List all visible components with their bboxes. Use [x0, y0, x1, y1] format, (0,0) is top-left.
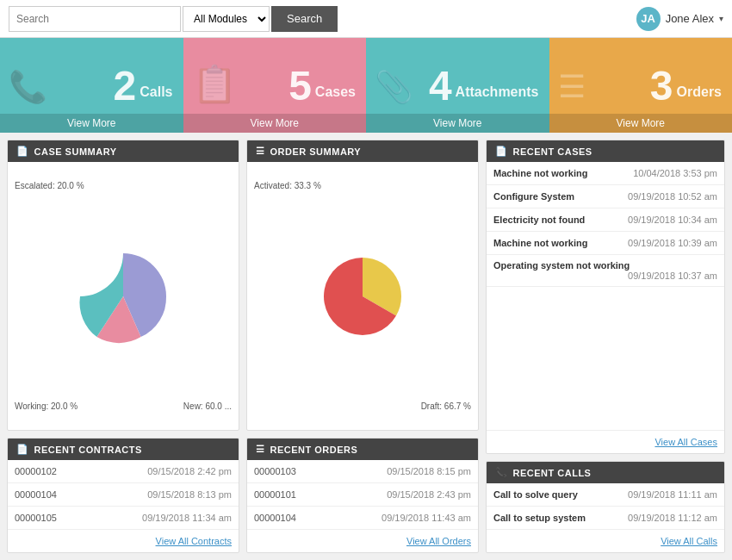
attachments-label: Attachments: [456, 84, 539, 100]
order-summary-title: ORDER SUMMARY: [270, 146, 362, 157]
order-summary-chart: Activated: 33.3 % Draft: 66.7 %: [247, 162, 478, 430]
attachments-icon: 📎: [375, 69, 413, 105]
orders-list: 00000103 09/15/2018 8:15 pm 00000101 09/…: [247, 460, 478, 529]
orders-label: Orders: [677, 84, 722, 100]
case-row: Electricity not found 09/19/2018 10:34 a…: [487, 208, 724, 232]
orders-icon: ☰: [558, 69, 586, 105]
calls-number: 2: [114, 65, 137, 107]
user-name: Jone Alex: [666, 12, 714, 25]
view-all-cases-link[interactable]: View All Cases: [654, 437, 717, 447]
draft-legend: Draft: 66.7 %: [421, 401, 471, 411]
mid-column: ☰ ORDER SUMMARY Activated: 33.3 % Draft:…: [246, 140, 479, 553]
activated-legend: Activated: 33.3 %: [254, 181, 321, 190]
contracts-list: 00000102 09/15/2018 2:42 pm 00000104 09/…: [8, 460, 239, 529]
orders-list-icon: ☰: [256, 444, 265, 455]
order-pie-chart: [319, 253, 406, 339]
calls-list-icon: 📞: [495, 467, 508, 478]
view-all-calls-link[interactable]: View All Calls: [661, 536, 717, 546]
search-button[interactable]: Search: [271, 6, 338, 32]
call-row: Call to solve query 09/19/2018 11:11 am: [487, 483, 724, 507]
case-row: Machine not working 09/19/2018 10:39 am: [487, 232, 724, 255]
chevron-down-icon: ▾: [719, 14, 723, 23]
case-summary-icon: 📄: [16, 146, 29, 157]
header: All Modules Search JA Jone Alex ▾: [0, 0, 732, 38]
order-summary-icon: ☰: [256, 146, 265, 157]
case-pie-chart: [76, 249, 171, 344]
search-input[interactable]: [9, 6, 181, 32]
view-all-contracts[interactable]: View All Contracts: [8, 529, 239, 552]
contract-row: 00000104 09/15/2018 8:13 pm: [8, 483, 239, 507]
contract-row: 00000102 09/15/2018 2:42 pm: [8, 460, 239, 483]
user-menu[interactable]: JA Jone Alex ▾: [636, 7, 723, 31]
working-legend: Working: 20.0 %: [15, 401, 78, 411]
recent-calls-header: 📞 RECENT CALLS: [487, 462, 724, 483]
stats-tiles: 📞 2 Calls View More 📋 5 Cases View More …: [0, 38, 732, 133]
recent-orders-panel: ☰ RECENT ORDERS 00000103 09/15/2018 8:15…: [246, 438, 479, 553]
recent-calls-panel: 📞 RECENT CALLS Call to solve query 09/19…: [486, 461, 725, 553]
order-summary-header: ☰ ORDER SUMMARY: [247, 140, 478, 162]
attachments-number: 4: [429, 65, 452, 107]
calls-list: Call to solve query 09/19/2018 11:11 am …: [487, 483, 724, 529]
case-summary-header: 📄 CASE SUMMARY: [8, 140, 239, 162]
recent-cases-header: 📄 RECENT CASES: [487, 140, 724, 162]
case-row: Configure System 09/19/2018 10:52 am: [487, 185, 724, 208]
avatar: JA: [636, 7, 661, 31]
calls-icon: 📞: [9, 69, 47, 105]
case-summary-chart: Escalated: 20.0 % Working: 20.0 % New: 6…: [8, 162, 239, 430]
case-row: Operating system not working 09/19/2018 …: [487, 255, 724, 287]
view-all-calls[interactable]: View All Calls: [487, 529, 724, 552]
left-column: 📄 CASE SUMMARY Escalated: 20.0 % Working…: [7, 140, 239, 553]
orders-view-more[interactable]: View More: [549, 114, 733, 133]
case-summary-title: CASE SUMMARY: [34, 146, 117, 157]
right-column: 📄 RECENT CASES Machine not working 10/04…: [486, 140, 725, 553]
order-summary-panel: ☰ ORDER SUMMARY Activated: 33.3 % Draft:…: [246, 140, 479, 431]
calls-label: Calls: [140, 84, 172, 100]
recent-cases-title: RECENT CASES: [513, 146, 592, 157]
new-legend: New: 60.0 ...: [183, 401, 232, 411]
orders-number: 3: [650, 65, 673, 107]
escalated-legend: Escalated: 20.0 %: [15, 181, 84, 190]
contracts-icon: 📄: [16, 444, 29, 455]
view-all-orders-link[interactable]: View All Orders: [406, 536, 471, 546]
tile-orders: ☰ 3 Orders View More: [549, 38, 733, 133]
tile-calls: 📞 2 Calls View More: [0, 38, 183, 133]
order-row: 00000103 09/15/2018 8:15 pm: [247, 460, 478, 483]
recent-orders-header: ☰ RECENT ORDERS: [247, 439, 478, 460]
recent-cases-panel: 📄 RECENT CASES Machine not working 10/04…: [486, 140, 725, 454]
order-row: 00000101 09/15/2018 2:43 pm: [247, 483, 478, 507]
main-content: 📄 CASE SUMMARY Escalated: 20.0 % Working…: [0, 133, 732, 560]
cases-icon: 📋: [192, 63, 237, 105]
recent-calls-title: RECENT CALLS: [513, 468, 592, 478]
cases-number: 5: [288, 65, 312, 107]
recent-orders-title: RECENT ORDERS: [270, 445, 358, 455]
attachments-view-more[interactable]: View More: [366, 114, 549, 133]
recent-cases-icon: 📄: [495, 146, 508, 157]
case-row: Machine not working 10/04/2018 3:53 pm: [487, 162, 724, 185]
tile-cases: 📋 5 Cases View More: [183, 38, 367, 133]
recent-contracts-title: RECENT CONTRACTS: [34, 445, 142, 455]
module-select[interactable]: All Modules: [183, 6, 270, 32]
recent-contracts-panel: 📄 RECENT CONTRACTS 00000102 09/15/2018 2…: [7, 438, 239, 553]
cases-list: Machine not working 10/04/2018 3:53 pm C…: [487, 162, 724, 430]
view-all-contracts-link[interactable]: View All Contracts: [156, 536, 232, 546]
view-all-cases[interactable]: View All Cases: [487, 430, 724, 453]
recent-contracts-header: 📄 RECENT CONTRACTS: [8, 439, 239, 460]
cases-label: Cases: [315, 84, 356, 100]
cases-view-more[interactable]: View More: [183, 114, 367, 133]
call-row: Call to setup system 09/19/2018 11:12 am: [487, 507, 724, 529]
view-all-orders[interactable]: View All Orders: [247, 529, 478, 552]
case-summary-panel: 📄 CASE SUMMARY Escalated: 20.0 % Working…: [7, 140, 239, 431]
tile-attachments: 📎 4 Attachments View More: [366, 38, 549, 133]
calls-view-more[interactable]: View More: [0, 114, 183, 133]
order-row: 00000104 09/19/2018 11:43 am: [247, 507, 478, 529]
contract-row: 00000105 09/19/2018 11:34 am: [8, 507, 239, 529]
